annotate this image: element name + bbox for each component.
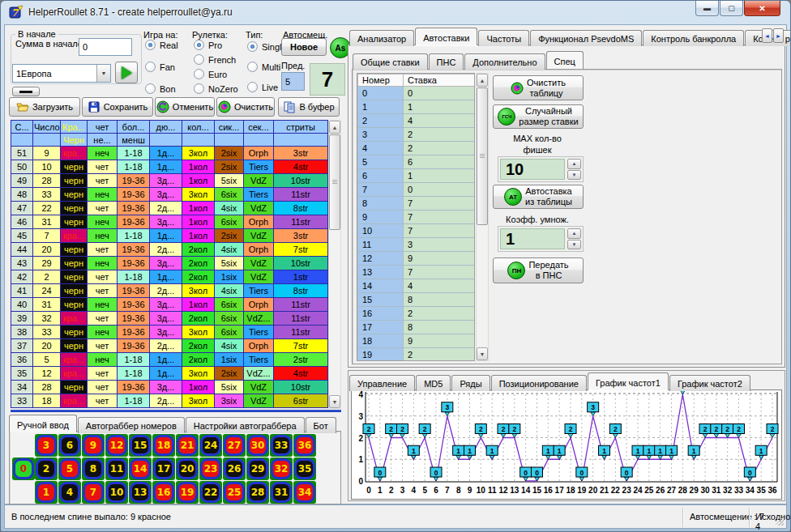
main-tab-4[interactable]: Функционал PsevdoMS <box>530 30 642 46</box>
number-button-34[interactable]: 34 <box>293 481 316 504</box>
resize-grip[interactable] <box>776 517 784 526</box>
chart-tab-1[interactable]: Управление <box>349 375 415 391</box>
minimize-button[interactable]: ▬ <box>695 1 719 16</box>
undo-button[interactable]: Отменить <box>155 97 215 117</box>
bet-stake-cell[interactable]: 9 <box>404 334 475 348</box>
stepper-down-icon[interactable]: ▼ <box>567 170 581 181</box>
number-button-36[interactable]: 36 <box>293 434 316 457</box>
scrollbar-thumb[interactable] <box>329 134 340 230</box>
bets-row[interactable]: 24 <box>358 114 475 128</box>
number-button-21[interactable]: 21 <box>176 434 199 457</box>
bet-stake-cell[interactable]: 8 <box>404 293 475 307</box>
number-button-26[interactable]: 26 <box>223 458 246 480</box>
number-button-18[interactable]: 18 <box>152 434 175 457</box>
autobets-tab-4[interactable]: Спец <box>546 51 584 69</box>
bets-row[interactable]: 00 <box>358 87 475 100</box>
bet-stake-cell[interactable]: 0 <box>404 183 475 197</box>
bets-row[interactable]: 178 <box>358 321 475 334</box>
number-button-17[interactable]: 17 <box>152 458 175 480</box>
autobets-tab-1[interactable]: Общие ставки <box>353 53 428 70</box>
bets-row[interactable]: 189 <box>358 334 475 348</box>
bet-stake-cell[interactable]: 8 <box>404 321 475 334</box>
scroll-up-icon[interactable]: ▲ <box>477 74 488 87</box>
bet-stake-cell[interactable]: 4 <box>404 114 475 128</box>
bets-row[interactable]: 192 <box>358 348 475 362</box>
bet-stake-cell[interactable]: 2 <box>404 142 475 155</box>
radio-live[interactable]: Live <box>247 82 281 92</box>
number-button-16[interactable]: 16 <box>152 481 175 504</box>
number-button-10[interactable]: 10 <box>105 481 128 504</box>
bets-table-scrollbar[interactable]: ▲ ▼ <box>476 73 489 361</box>
number-button-31[interactable]: 31 <box>270 481 293 504</box>
bets-row[interactable]: 107 <box>358 224 475 238</box>
bets-row[interactable]: 61 <box>358 169 475 183</box>
save-button[interactable]: Сохранить <box>82 97 153 117</box>
radio-bon[interactable]: Bon <box>145 83 178 94</box>
random-bet-size-button[interactable]: ГСЧ Случайный размер ставки <box>493 104 584 129</box>
scroll-down-icon[interactable]: ▼ <box>329 395 340 408</box>
autobets-tab-3[interactable]: Дополнительно <box>464 53 545 70</box>
radio-nozero[interactable]: NoZero <box>194 83 238 94</box>
autobet-from-table-button[interactable]: АТ Автоставка из таблицы <box>493 185 584 209</box>
clear-bets-table-button[interactable]: Очистить таблицу <box>493 75 584 100</box>
bets-row[interactable]: 162 <box>358 307 475 321</box>
number-button-3[interactable]: 3 <box>35 434 58 457</box>
number-button-19[interactable]: 19 <box>176 481 199 504</box>
main-tab-1[interactable]: Анализатор <box>349 30 414 46</box>
number-button-12[interactable]: 12 <box>105 434 128 457</box>
number-button-32[interactable]: 32 <box>270 458 293 480</box>
bet-stake-cell[interactable]: 7 <box>404 197 475 211</box>
max-chips-stepper[interactable]: 10 ▲▼ <box>498 156 584 182</box>
bets-row[interactable]: 56 <box>358 155 475 169</box>
number-button-28[interactable]: 28 <box>246 481 269 504</box>
number-button-25[interactable]: 25 <box>223 481 246 504</box>
stepper-down-icon[interactable]: ▼ <box>567 240 581 250</box>
number-button-14[interactable]: 14 <box>129 458 152 480</box>
input-tab-2[interactable]: Автограббер номеров <box>78 417 185 433</box>
number-button-35[interactable]: 35 <box>293 458 316 480</box>
bets-row[interactable]: 11 <box>358 100 475 114</box>
scroll-up-icon[interactable]: ▲ <box>329 121 340 134</box>
chart-tab-6[interactable]: График частот2 <box>669 375 750 391</box>
bet-stake-cell[interactable]: 4 <box>404 279 475 293</box>
number-button-11[interactable]: 11 <box>105 458 128 480</box>
number-button-30[interactable]: 30 <box>246 434 269 457</box>
start-sum-input[interactable] <box>79 38 132 56</box>
number-button-2[interactable]: 2 <box>35 458 58 480</box>
bets-row[interactable]: 158 <box>358 293 475 307</box>
preset-combobox[interactable]: 1Европа ▼ <box>12 64 111 83</box>
number-button-9[interactable]: 9 <box>82 434 105 457</box>
main-tab-5[interactable]: Контроль банкролла <box>643 30 744 46</box>
radio-real[interactable]: Real <box>145 40 178 50</box>
bet-stake-cell[interactable]: 7 <box>404 224 475 238</box>
bet-stake-cell[interactable]: 9 <box>404 252 475 266</box>
bet-stake-cell[interactable]: 2 <box>404 348 475 362</box>
number-button-20[interactable]: 20 <box>176 458 199 480</box>
main-tab-3[interactable]: Частоты <box>478 30 529 46</box>
multiplier-stepper[interactable]: 1 ▲▼ <box>498 226 584 252</box>
stepper-up-icon[interactable]: ▲ <box>567 159 581 169</box>
new-autoshift-button[interactable]: Новое <box>281 38 327 56</box>
copy-to-clipboard-button[interactable]: В буфер <box>278 97 340 117</box>
stepper-up-icon[interactable]: ▲ <box>567 228 581 239</box>
number-button-22[interactable]: 22 <box>199 481 222 504</box>
number-button-15[interactable]: 15 <box>129 434 152 457</box>
chart-tab-5[interactable]: График частот1 <box>588 372 669 390</box>
bets-row[interactable]: 113 <box>358 238 475 252</box>
start-game-button[interactable] <box>115 62 138 83</box>
input-tab-1[interactable]: Ручной ввод <box>9 415 77 432</box>
bets-row[interactable]: 70 <box>358 183 475 197</box>
number-button-6[interactable]: 6 <box>58 434 81 457</box>
close-button[interactable]: ✕ <box>744 1 780 16</box>
send-to-pns-button[interactable]: ПН Передать в ПНС <box>493 257 584 283</box>
maximize-button[interactable]: ▢ <box>720 1 743 16</box>
bet-stake-cell[interactable]: 1 <box>404 169 475 183</box>
number-button-4[interactable]: 4 <box>58 481 81 504</box>
bet-stake-cell[interactable]: 2 <box>404 128 475 142</box>
collapse-button[interactable] <box>12 87 40 96</box>
scrollbar-thumb[interactable] <box>477 87 488 225</box>
bet-stake-cell[interactable]: 7 <box>404 211 475 224</box>
combobox-dropdown-icon[interactable]: ▼ <box>96 65 110 82</box>
tabs-scroll-right-icon[interactable]: ► <box>773 28 784 43</box>
chart-tab-4[interactable]: Позиционирование <box>491 375 587 391</box>
